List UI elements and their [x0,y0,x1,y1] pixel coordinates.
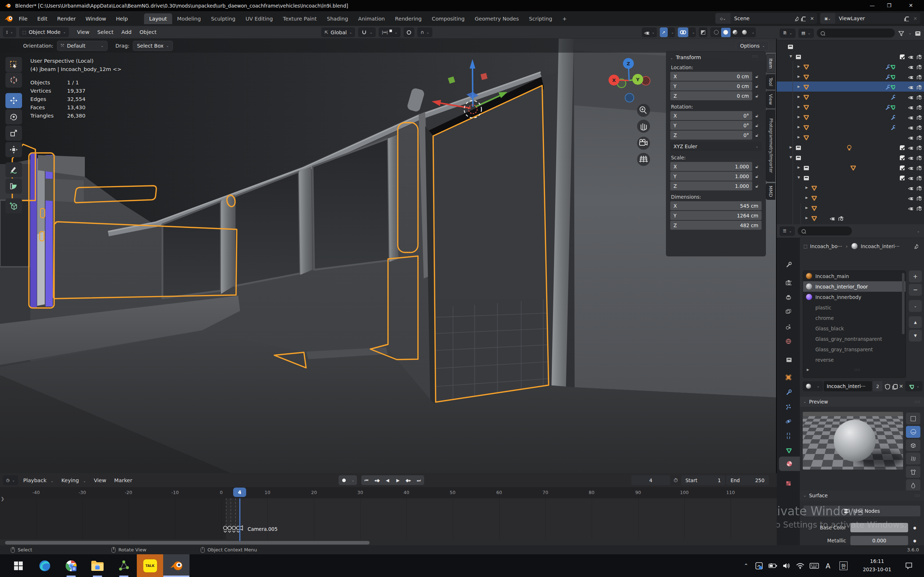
proportional-edit-toggle[interactable] [404,27,414,37]
properties-tab-particles[interactable] [777,400,800,414]
hide-toggle-icon[interactable] [908,205,913,211]
hide-toggle-icon[interactable] [908,104,913,110]
tool-select-box[interactable] [5,57,22,72]
properties-tab-constraints[interactable] [777,429,800,443]
hide-toggle-icon[interactable] [908,134,913,140]
properties-tab-view-layer[interactable] [777,305,800,319]
options-dropdown[interactable]: Options⌄ [736,41,769,51]
location-x-field[interactable]: X0 cm [670,72,752,81]
outliner-row[interactable]: ▶ [777,112,924,122]
preview-hair-button[interactable] [906,453,921,464]
tool-scale[interactable] [5,126,22,141]
hide-toggle-icon[interactable] [908,195,913,200]
rotation-y-field[interactable]: Y0° [670,121,752,130]
outliner-row[interactable]: ▶ [777,193,924,203]
menu-view[interactable]: View [77,29,89,35]
render-toggle-icon[interactable] [916,84,922,89]
lock-icon[interactable]: 🔓︎ [752,174,762,179]
editor-type-button[interactable]: ⟟⌄ [3,27,16,37]
material-slot[interactable]: Incoach_main [803,271,906,281]
outliner-row[interactable]: ▶ [777,182,924,193]
end-frame-field[interactable]: End250 [726,475,769,485]
workspace-tab-layout[interactable]: Layout [144,13,172,24]
shading-material-button[interactable] [730,28,740,37]
properties-tab-material[interactable] [779,456,800,471]
material-list-scrollbar[interactable] [902,273,905,334]
workspace-tab-uv-editing[interactable]: UV Editing [241,13,278,24]
render-toggle-icon[interactable] [916,54,922,59]
outliner-row[interactable]: ▼ [777,51,924,61]
timeline-ruler[interactable]: -40 -30 -20 -10 0 10 20 30 40 50 60 70 8… [0,488,777,498]
outliner-row[interactable]: ▶ [777,213,924,223]
timeline-scrollbar[interactable] [5,541,370,545]
outliner-filter-type[interactable]: ▤⌄ [798,29,814,38]
timeline-menu-keying[interactable]: Keying ⌄ [61,477,86,483]
render-toggle-icon[interactable] [916,185,922,190]
close-button[interactable]: ✕ [902,0,919,11]
outliner-row[interactable]: ▶ [777,162,924,172]
menu-add[interactable]: Add [121,29,131,35]
scene-selector[interactable]: ◇⌄ Scene ✕ [716,13,817,24]
animate-dot[interactable]: ● [913,539,916,543]
jump-to-end-button[interactable]: ⏭ [414,475,424,485]
render-toggle-icon[interactable] [916,195,922,200]
next-keyframe-button[interactable]: ◆▸ [403,475,414,485]
copy-icon[interactable] [800,16,806,21]
shading-rendered-button[interactable] [740,28,749,37]
scale-z-field[interactable]: Z1.000 [670,181,752,190]
animate-dot[interactable]: ● [913,526,916,530]
start-frame-field[interactable]: Start1 [681,475,725,485]
material-specials-menu[interactable]: ⌄ [909,300,922,312]
render-toggle-icon[interactable] [916,175,922,180]
material-users-count[interactable]: 2 [873,381,882,391]
snap-target-dropdown[interactable]: |↔|⌄ [379,27,401,37]
minimize-button[interactable]: — [864,0,881,11]
collection-checkbox[interactable] [899,165,905,170]
taskbar-explorer-icon[interactable] [84,554,110,577]
render-toggle-icon[interactable] [916,114,922,120]
npanel-tab-view[interactable]: View [766,91,775,108]
outliner-row[interactable]: ▶ [777,92,924,102]
play-button[interactable]: ▶ [393,475,403,485]
collection-checkbox[interactable] [899,175,905,180]
tray-notifications-icon[interactable] [901,554,916,577]
viewlayer-icon[interactable]: ▣⌄ [820,13,835,24]
material-slot[interactable]: Glass_black [803,323,906,334]
taskbar-edge-icon[interactable] [31,554,58,577]
workspace-tab-geometry-nodes[interactable]: Geometry Nodes [470,13,524,24]
new-collection-icon[interactable] [914,30,921,36]
visibility-dropdown[interactable]: ⌄ [642,27,657,37]
add-workspace-button[interactable]: + [557,13,572,24]
workspace-tab-shading[interactable]: Shading [321,13,353,24]
hide-toggle-icon[interactable] [908,145,913,150]
move-slot-down-button[interactable]: ▼ [909,330,922,342]
hide-toggle-icon[interactable] [908,155,913,160]
menu-edit[interactable]: Edit [37,16,47,22]
timeline-menu-playback[interactable]: Playback ⌄ [23,477,53,483]
hide-toggle-icon[interactable] [908,185,913,190]
playhead[interactable] [239,498,241,545]
npanel-tab-tool[interactable]: Tool [766,74,775,89]
workspace-tab-rendering[interactable]: Rendering [390,13,426,24]
blender-menu-icon[interactable] [4,16,14,22]
hide-toggle-icon[interactable] [908,165,913,170]
preview-cloth-button[interactable] [906,466,921,478]
breadcrumb-material[interactable]: Incoach_interi··· [861,243,900,249]
outliner-row[interactable]: ▶ [777,203,924,213]
menu-object[interactable]: Object [139,29,156,35]
workspace-tab-modeling[interactable]: Modeling [172,13,206,24]
rotation-x-field[interactable]: X0° [670,111,752,120]
filter-icon[interactable] [898,30,904,36]
hide-toggle-icon[interactable] [908,114,913,120]
unlink-material-button[interactable]: ✕ [899,384,903,389]
material-name-field[interactable]: Incoach_interi··· [824,381,872,391]
taskbar-3d-app-icon[interactable] [110,554,137,577]
tray-volume-icon[interactable] [780,554,793,577]
taskbar-blender-icon[interactable] [163,554,189,577]
properties-tab-collection[interactable] [777,352,800,366]
material-slot[interactable]: chrome [803,313,906,323]
current-frame-field[interactable]: 4 [631,475,670,485]
tool-measure[interactable] [5,179,22,193]
npanel-tab-mmd[interactable]: MMD [766,183,775,200]
menu-file[interactable]: File [19,16,27,22]
